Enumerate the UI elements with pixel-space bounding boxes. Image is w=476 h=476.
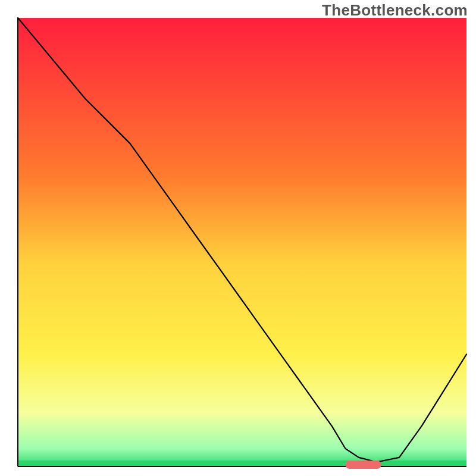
optimal-marker — [345, 461, 381, 469]
chart-svg — [0, 0, 476, 476]
green-bottom-band — [18, 461, 466, 466]
bottleneck-chart: TheBottleneck.com — [0, 0, 476, 476]
plot-background — [18, 18, 466, 466]
